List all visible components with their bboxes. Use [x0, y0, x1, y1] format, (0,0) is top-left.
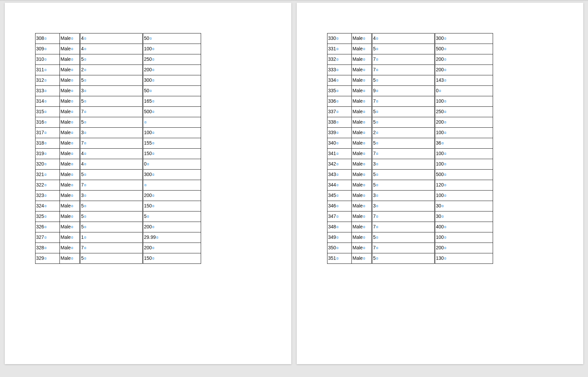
cell-col4[interactable]: 100¤: [143, 44, 201, 54]
cell-col3[interactable]: 7¤: [372, 211, 435, 222]
cell-id[interactable]: 339¤: [327, 128, 352, 138]
cell-id[interactable]: 332¤: [327, 54, 352, 65]
cell-col3[interactable]: 7¤: [80, 107, 143, 117]
cell-col3[interactable]: 7¤: [372, 149, 435, 159]
cell-col3[interactable]: 5¤: [80, 54, 143, 65]
cell-col4[interactable]: 200¤: [435, 117, 493, 128]
table-row[interactable]: 323¤Male¤3¤200¤: [35, 191, 201, 201]
table-row[interactable]: 328¤Male¤7¤200¤: [35, 243, 201, 253]
table-row[interactable]: 314¤Male¤5¤165¤: [35, 96, 201, 107]
table-row[interactable]: 326¤Male¤5¤200¤: [35, 222, 201, 232]
cell-id[interactable]: 323¤: [35, 191, 60, 201]
cell-col3[interactable]: 7¤: [372, 65, 435, 75]
cell-gender[interactable]: Male¤: [60, 232, 80, 243]
cell-gender[interactable]: Male¤: [352, 211, 372, 222]
table-row[interactable]: 321¤Male¤5¤300¤: [35, 170, 201, 180]
cell-col4[interactable]: 100¤: [435, 149, 493, 159]
cell-id[interactable]: 317¤: [35, 128, 60, 138]
table-row[interactable]: 347¤Male¤7¤30¤: [327, 211, 493, 222]
cell-col4[interactable]: 200¤: [143, 65, 201, 75]
cell-col3[interactable]: 7¤: [372, 96, 435, 107]
table-row[interactable]: 335¤Male¤9¤0¤: [327, 86, 493, 96]
cell-col3[interactable]: 7¤: [372, 243, 435, 253]
cell-gender[interactable]: Male¤: [60, 128, 80, 138]
cell-col3[interactable]: 7¤: [372, 222, 435, 232]
cell-gender[interactable]: Male¤: [352, 180, 372, 191]
cell-col3[interactable]: 3¤: [372, 159, 435, 170]
table-row[interactable]: 319¤Male¤4¤150¤: [35, 149, 201, 159]
cell-gender[interactable]: Male¤: [60, 170, 80, 180]
cell-gender[interactable]: Male¤: [352, 222, 372, 232]
cell-gender[interactable]: Male¤: [352, 170, 372, 180]
cell-col3[interactable]: 5¤: [80, 170, 143, 180]
cell-col3[interactable]: 2¤: [80, 65, 143, 75]
cell-col3[interactable]: 5¤: [372, 117, 435, 128]
cell-id[interactable]: 313¤: [35, 86, 60, 96]
cell-gender[interactable]: Male¤: [60, 138, 80, 149]
cell-id[interactable]: 344¤: [327, 180, 352, 191]
cell-gender[interactable]: Male¤: [352, 33, 372, 44]
cell-col4[interactable]: 100¤: [435, 159, 493, 170]
cell-gender[interactable]: Male¤: [60, 96, 80, 107]
cell-gender[interactable]: Male¤: [352, 149, 372, 159]
cell-id[interactable]: 342¤: [327, 159, 352, 170]
cell-col4[interactable]: 250¤: [435, 107, 493, 117]
table-row[interactable]: 346¤Male¤3¤30¤: [327, 201, 493, 211]
cell-id[interactable]: 351¤: [327, 253, 352, 264]
cell-col3[interactable]: 5¤: [80, 201, 143, 211]
table-row[interactable]: 330¤Male¤4¤300¤: [327, 33, 493, 44]
table-row[interactable]: 342¤Male¤3¤100¤: [327, 159, 493, 170]
cell-gender[interactable]: Male¤: [60, 75, 80, 86]
table-row[interactable]: 331¤Male¤5¤500¤: [327, 44, 493, 54]
cell-col3[interactable]: 3¤: [80, 191, 143, 201]
table-row[interactable]: 345¤Male¤3¤100¤: [327, 191, 493, 201]
cell-id[interactable]: 337¤: [327, 107, 352, 117]
cell-id[interactable]: 319¤: [35, 149, 60, 159]
cell-col3[interactable]: 5¤: [372, 44, 435, 54]
cell-id[interactable]: 311¤: [35, 65, 60, 75]
cell-gender[interactable]: Male¤: [352, 159, 372, 170]
table-row[interactable]: 308¤Male¤4¤50¤: [35, 33, 201, 44]
table-row[interactable]: 333¤Male¤7¤200¤: [327, 65, 493, 75]
cell-col4[interactable]: 500¤: [435, 170, 493, 180]
cell-col4[interactable]: 150¤: [143, 253, 201, 264]
cell-gender[interactable]: Male¤: [352, 117, 372, 128]
table-row[interactable]: 350¤Male¤7¤200¤: [327, 243, 493, 253]
cell-col4[interactable]: 120¤: [435, 180, 493, 191]
cell-id[interactable]: 345¤: [327, 191, 352, 201]
cell-col4[interactable]: 300¤: [143, 75, 201, 86]
cell-id[interactable]: 309¤: [35, 44, 60, 54]
cell-col4[interactable]: ¤: [143, 180, 201, 191]
cell-col3[interactable]: 2¤: [372, 128, 435, 138]
cell-id[interactable]: 329¤: [35, 253, 60, 264]
cell-gender[interactable]: Male¤: [60, 253, 80, 264]
cell-col4[interactable]: ¤: [143, 117, 201, 128]
table-row[interactable]: 318¤Male¤7¤155¤: [35, 138, 201, 149]
cell-col4[interactable]: 29.99¤: [143, 232, 201, 243]
cell-id[interactable]: 321¤: [35, 170, 60, 180]
cell-gender[interactable]: Male¤: [352, 44, 372, 54]
table-row[interactable]: 341¤Male¤7¤100¤: [327, 149, 493, 159]
cell-col4[interactable]: 36¤: [435, 138, 493, 149]
cell-gender[interactable]: Male¤: [60, 243, 80, 253]
table-row[interactable]: 317¤Male¤3¤100¤: [35, 128, 201, 138]
cell-col4[interactable]: 400¤: [435, 222, 493, 232]
cell-col4[interactable]: 150¤: [143, 149, 201, 159]
cell-col4[interactable]: 50¤: [143, 33, 201, 44]
cell-id[interactable]: 310¤: [35, 54, 60, 65]
cell-id[interactable]: 331¤: [327, 44, 352, 54]
cell-col3[interactable]: 3¤: [80, 128, 143, 138]
cell-id[interactable]: 308¤: [35, 33, 60, 44]
cell-col4[interactable]: 250¤: [143, 54, 201, 65]
cell-col4[interactable]: 100¤: [435, 96, 493, 107]
table-row[interactable]: 313¤Male¤3¤50¤: [35, 86, 201, 96]
page-right[interactable]: 330¤Male¤4¤300¤331¤Male¤5¤500¤332¤Male¤7…: [297, 3, 583, 364]
cell-gender[interactable]: Male¤: [352, 138, 372, 149]
cell-col4[interactable]: 200¤: [435, 65, 493, 75]
cell-col4[interactable]: 300¤: [143, 170, 201, 180]
cell-gender[interactable]: Male¤: [352, 107, 372, 117]
cell-id[interactable]: 326¤: [35, 222, 60, 232]
cell-id[interactable]: 341¤: [327, 149, 352, 159]
cell-col3[interactable]: 5¤: [80, 211, 143, 222]
cell-col4[interactable]: 30¤: [435, 201, 493, 211]
